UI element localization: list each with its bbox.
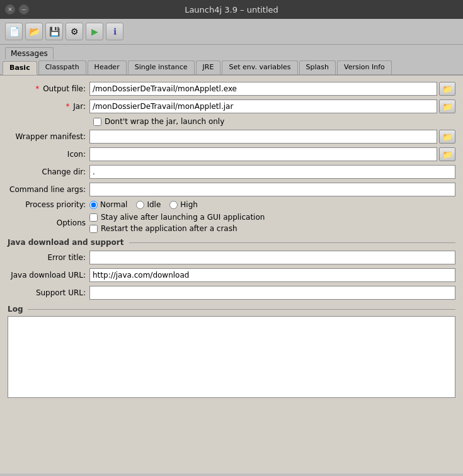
options-checkboxes: Stay alive after launching a GUI applica…	[89, 213, 265, 233]
run-button[interactable]: ▶	[86, 23, 103, 40]
folder-icon: 📁	[442, 84, 452, 94]
tab-jre[interactable]: JRE	[196, 60, 221, 74]
icon-browse-button[interactable]: 📁	[439, 147, 455, 161]
stay-alive-checkbox[interactable]	[89, 213, 98, 222]
messages-tab-bar: Messages	[0, 45, 463, 59]
dont-wrap-label[interactable]: Dont't wrap the jar, launch only	[105, 117, 224, 126]
log-section: Log	[8, 305, 455, 400]
jar-row: * Jar: 📁	[8, 99, 455, 113]
cmd-args-input[interactable]	[89, 183, 455, 196]
info-button[interactable]: ℹ	[106, 23, 123, 40]
options-row: Options Stay alive after launching a GUI…	[8, 213, 455, 233]
change-dir-input[interactable]	[89, 165, 455, 179]
tab-single-instance[interactable]: Single instance	[128, 60, 195, 74]
dont-wrap-checkbox[interactable]	[93, 118, 101, 126]
stay-alive-label[interactable]: Stay alive after launching a GUI applica…	[101, 213, 265, 222]
java-download-url-label: Java download URL:	[8, 271, 89, 280]
priority-radio-group: Normal Idle High	[89, 200, 198, 209]
title-bar: ✕ − Launch4j 3.9 – untitled	[0, 0, 463, 19]
icon-row: Icon: 📁	[8, 147, 455, 161]
icon-input[interactable]	[89, 147, 437, 161]
log-section-title: Log	[8, 305, 455, 314]
folder-icon-manifest: 📁	[442, 132, 452, 142]
wrapper-manifest-browse-button[interactable]: 📁	[439, 130, 455, 144]
wrapper-manifest-input[interactable]	[89, 130, 437, 144]
window-controls[interactable]: ✕ −	[5, 4, 29, 14]
jar-label: * Jar:	[8, 102, 89, 111]
tab-set-env[interactable]: Set env. variables	[222, 60, 297, 74]
tab-classpath[interactable]: Classpath	[38, 60, 86, 74]
priority-idle-radio[interactable]	[136, 201, 144, 209]
restart-label[interactable]: Restart the application after a crash	[101, 224, 237, 233]
priority-high-radio[interactable]	[169, 201, 178, 209]
error-title-input[interactable]	[89, 251, 455, 264]
support-url-label: Support URL:	[8, 288, 89, 297]
output-file-browse-button[interactable]: 📁	[439, 82, 455, 96]
process-priority-row: Process priority: Normal Idle High	[8, 200, 455, 209]
change-dir-label: Change dir:	[8, 167, 89, 176]
change-dir-row: Change dir:	[8, 165, 455, 179]
folder-icon-jar: 📁	[442, 102, 452, 111]
toolbar: 📄 📂 💾 ⚙ ▶ ℹ	[0, 19, 463, 45]
output-file-input[interactable]	[89, 82, 437, 96]
wrapper-manifest-label: Wrapper manifest:	[8, 132, 89, 141]
open-button[interactable]: 📂	[25, 23, 43, 40]
error-title-label: Error title:	[8, 253, 89, 262]
save-button[interactable]: 💾	[45, 23, 63, 40]
dont-wrap-row: Dont't wrap the jar, launch only	[93, 117, 455, 126]
output-file-row: * Output file: 📁	[8, 82, 455, 96]
cmd-args-row: Command line args:	[8, 183, 455, 196]
support-url-input[interactable]	[89, 286, 455, 300]
java-download-url-row: Java download URL:	[8, 268, 455, 282]
java-download-section-title: Java download and support	[8, 238, 455, 247]
tab-version-info[interactable]: Version Info	[337, 60, 392, 74]
folder-icon-icon: 📁	[442, 150, 452, 159]
tab-bar: Basic Classpath Header Single instance J…	[0, 59, 463, 76]
log-textarea[interactable]	[8, 316, 455, 398]
required-star-jar: *	[66, 102, 70, 111]
priority-normal-label[interactable]: Normal	[89, 200, 127, 209]
icon-label: Icon:	[8, 150, 89, 159]
settings-button[interactable]: ⚙	[66, 23, 83, 40]
output-file-label: * Output file:	[8, 84, 89, 93]
priority-normal-radio[interactable]	[89, 201, 98, 209]
error-title-row: Error title:	[8, 251, 455, 264]
messages-tab[interactable]: Messages	[5, 47, 54, 59]
new-button[interactable]: 📄	[5, 23, 23, 40]
options-label: Options	[8, 218, 89, 227]
window-title: Launch4j 3.9 – untitled	[185, 5, 278, 14]
tab-basic[interactable]: Basic	[3, 61, 37, 75]
priority-idle-label[interactable]: Idle	[136, 200, 161, 209]
tab-header[interactable]: Header	[88, 60, 127, 74]
support-url-row: Support URL:	[8, 286, 455, 300]
java-download-url-input[interactable]	[89, 268, 455, 282]
process-priority-label: Process priority:	[8, 200, 89, 209]
priority-high-label[interactable]: High	[169, 200, 198, 209]
jar-browse-button[interactable]: 📁	[439, 99, 455, 113]
wrapper-manifest-row: Wrapper manifest: 📁	[8, 130, 455, 144]
tab-splash[interactable]: Splash	[299, 60, 336, 74]
jar-input[interactable]	[89, 99, 437, 113]
restart-checkbox[interactable]	[89, 225, 98, 233]
required-star-output: *	[35, 84, 39, 93]
close-button[interactable]: ✕	[5, 4, 15, 14]
cmd-args-label: Command line args:	[8, 185, 89, 194]
minimize-button[interactable]: −	[19, 4, 29, 14]
main-content: * Output file: 📁 * Jar: 📁 Dont't wrap th…	[0, 76, 463, 473]
